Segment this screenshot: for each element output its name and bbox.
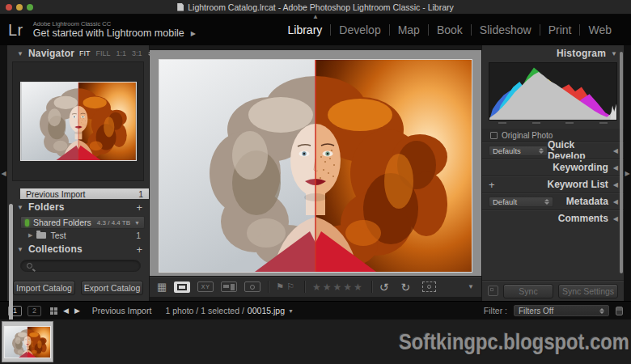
promo-link[interactable]: Get started with Lightroom mobile bbox=[33, 28, 184, 39]
chevron-down-icon[interactable]: ▼ bbox=[134, 220, 140, 226]
navigator-zoom-options: FIT FILL 1:1 3:1 bbox=[79, 49, 153, 57]
collections-search-input[interactable] bbox=[20, 260, 141, 272]
metadata-preset-dropdown[interactable]: Default bbox=[489, 197, 553, 207]
module-slideshow[interactable]: Slideshow bbox=[472, 23, 540, 36]
left-panel-collapse-strip[interactable]: ◀ bbox=[0, 45, 7, 301]
flag-icons[interactable]: ⚑⚐ bbox=[276, 281, 297, 292]
grid-view-shortcut-icon[interactable] bbox=[50, 307, 57, 315]
sync-settings-button[interactable]: Sync Settings bbox=[558, 284, 618, 298]
filter-label: Filter : bbox=[484, 306, 507, 315]
right-panel-scrollbar[interactable] bbox=[620, 52, 623, 273]
rotate-left-icon[interactable]: ↺ bbox=[379, 281, 394, 294]
search-icon bbox=[27, 263, 32, 269]
folder-item-test[interactable]: ▶ Test 1 bbox=[7, 229, 149, 241]
photo[interactable] bbox=[159, 60, 472, 272]
module-library[interactable]: Library bbox=[280, 23, 331, 36]
module-print[interactable]: Print bbox=[540, 23, 580, 36]
import-catalog-button[interactable]: Import Catalog bbox=[13, 281, 75, 295]
collections-title: Collections bbox=[28, 243, 83, 255]
play-arrow-icon[interactable]: ▶ bbox=[191, 30, 196, 37]
zoom-fill[interactable]: FILL bbox=[96, 49, 111, 57]
previous-import-row[interactable]: Previous Import 1 bbox=[20, 188, 149, 199]
navigator-thumbnail[interactable] bbox=[21, 83, 136, 160]
zoom-fit[interactable]: FIT bbox=[79, 49, 91, 57]
filter-lock-icon[interactable] bbox=[616, 307, 623, 315]
filmstrip-cell-selected[interactable] bbox=[2, 321, 53, 362]
add-collection-icon[interactable]: + bbox=[136, 244, 142, 255]
filter-preset-dropdown[interactable]: Filters Off bbox=[514, 305, 609, 316]
second-window-button[interactable]: 2 bbox=[28, 306, 41, 316]
sync-icon[interactable] bbox=[488, 286, 498, 296]
add-folder-icon[interactable]: + bbox=[136, 202, 142, 213]
loupe-canvas[interactable] bbox=[150, 50, 481, 276]
navigate-frame-icon[interactable] bbox=[422, 281, 436, 292]
zoom-1-1[interactable]: 1:1 bbox=[116, 49, 127, 57]
star-rating[interactable]: ★★★★★ bbox=[312, 281, 364, 293]
histogram-header[interactable]: Histogram ▼ bbox=[482, 45, 624, 61]
loupe-view-icon[interactable] bbox=[174, 281, 190, 293]
volume-row[interactable]: Shared Folders 4.3 / 4.4 TB ▼ bbox=[20, 216, 145, 229]
grid-view-icon[interactable]: ▦ bbox=[157, 281, 167, 293]
navigator-preview[interactable] bbox=[12, 61, 144, 181]
module-book[interactable]: Book bbox=[429, 23, 471, 36]
panel-keywording[interactable]: Keywording ◀ bbox=[482, 159, 624, 176]
chevron-left-icon: ◀ bbox=[613, 198, 618, 205]
panel-keyword-list[interactable]: + Keyword List ◀ bbox=[482, 176, 624, 193]
divider bbox=[371, 281, 372, 293]
right-panel-collapse-strip[interactable]: ▶ bbox=[624, 45, 631, 301]
selection-status[interactable]: 1 photo / 1 selected / 00015.jpg ▼ bbox=[165, 306, 294, 315]
module-web[interactable]: Web bbox=[580, 23, 620, 36]
people-view-icon[interactable] bbox=[244, 281, 260, 292]
filmstrip-source[interactable]: Previous Import bbox=[92, 306, 152, 315]
app-name: Adobe Lightroom Classic CC bbox=[33, 21, 196, 28]
panel-label: Keyword List bbox=[547, 179, 608, 190]
go-forward-icon[interactable]: ▶ bbox=[74, 307, 80, 315]
watermark-text: Softkingpc.blogspot.com bbox=[399, 329, 629, 354]
sync-button[interactable]: Sync bbox=[503, 284, 553, 298]
export-catalog-button[interactable]: Export Catalog bbox=[81, 281, 143, 295]
survey-view-icon[interactable] bbox=[221, 281, 237, 292]
module-develop[interactable]: Develop bbox=[331, 23, 388, 36]
collapse-top-panel-icon[interactable]: ▲ bbox=[312, 13, 319, 20]
divider bbox=[268, 281, 269, 293]
chevron-right-icon: ▶ bbox=[625, 170, 629, 177]
panel-quick-develop[interactable]: Defaults Quick Develop ◀ bbox=[482, 142, 624, 159]
chevron-left-icon: ◀ bbox=[1, 170, 6, 177]
panel-metadata[interactable]: Default Metadata ◀ bbox=[482, 193, 624, 210]
chevron-down-icon: ▼ bbox=[288, 308, 294, 314]
collections-header[interactable]: ▼ Collections + bbox=[7, 241, 149, 257]
disclosure-triangle-icon: ▼ bbox=[17, 204, 23, 211]
histogram-graph[interactable] bbox=[489, 62, 617, 121]
go-back-icon[interactable]: ◀ bbox=[63, 307, 69, 315]
photo-count: 1 bbox=[138, 189, 143, 199]
folders-header[interactable]: ▼ Folders + bbox=[7, 199, 149, 215]
disclosure-triangle-icon[interactable]: ▶ bbox=[28, 232, 32, 239]
original-photo-label: Original Photo bbox=[502, 131, 553, 140]
document-icon bbox=[177, 3, 184, 11]
folder-label: Test bbox=[50, 231, 66, 240]
module-map[interactable]: Map bbox=[390, 23, 428, 36]
panel-label: Keywording bbox=[553, 162, 608, 173]
panel-comments[interactable]: Comments ◀ bbox=[482, 210, 624, 226]
spinner-icon bbox=[544, 199, 549, 205]
filmstrip-thumbnail[interactable] bbox=[5, 327, 50, 358]
filter-value: Filters Off bbox=[519, 307, 553, 315]
filmstrip-bar: 1 2 ◀ ▶ Previous Import 1 photo / 1 sele… bbox=[0, 301, 631, 320]
rotate-right-icon[interactable]: ↻ bbox=[401, 281, 416, 294]
panel-label: Comments bbox=[558, 213, 608, 224]
zoom-3-1[interactable]: 3:1 bbox=[132, 49, 142, 57]
selected-filename: 00015.jpg bbox=[248, 306, 285, 315]
preset-value: Default bbox=[493, 197, 517, 206]
original-photo-checkbox[interactable] bbox=[490, 132, 498, 139]
left-panel-scrollbar[interactable] bbox=[9, 204, 13, 322]
add-keyword-icon[interactable]: + bbox=[489, 180, 495, 190]
left-panel: ▼ Navigator FIT FILL 1:1 3:1 Previous Im… bbox=[7, 45, 150, 301]
saved-preset-dropdown[interactable]: Defaults bbox=[489, 146, 548, 156]
navigator-header[interactable]: ▼ Navigator FIT FILL 1:1 3:1 bbox=[7, 45, 149, 61]
disclosure-triangle-icon: ▼ bbox=[17, 50, 23, 57]
histogram-ticks bbox=[498, 122, 608, 125]
compare-view-icon[interactable]: XY bbox=[197, 281, 214, 292]
toolbar-options-icon[interactable]: ▼ bbox=[468, 283, 474, 290]
spinner-icon[interactable] bbox=[148, 51, 153, 57]
content-area: ▦ XY ⚑⚐ ★★★★★ ↺ ↻ ▼ bbox=[150, 45, 481, 301]
